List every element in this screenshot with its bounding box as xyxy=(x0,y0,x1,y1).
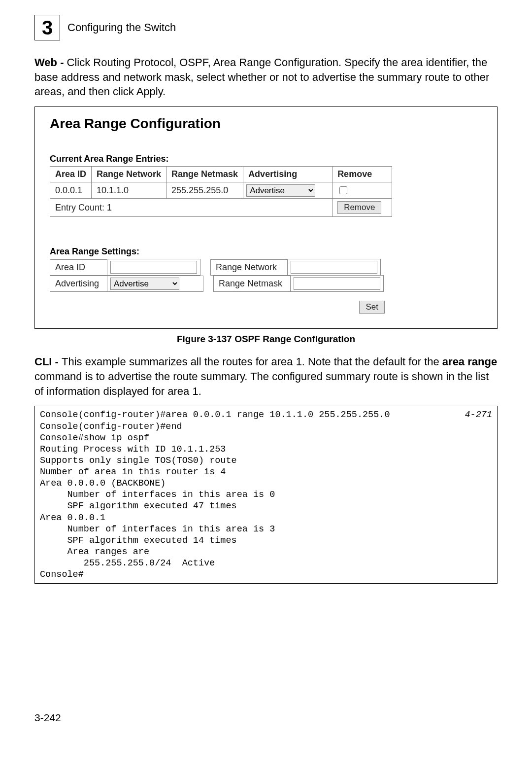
chapter-number-icon: 3 xyxy=(34,15,60,40)
figure-caption: Figure 3-137 OSPF Range Configuration xyxy=(34,334,498,345)
advertising-label: Advertising xyxy=(50,276,107,292)
page-header: 3 Configuring the Switch xyxy=(34,15,498,40)
range-network-cell xyxy=(287,259,381,276)
intro-text: Click Routing Protocol, OSPF, Area Range… xyxy=(34,56,489,98)
advertising-cell: Advertise xyxy=(107,276,203,292)
cli-bold-term: area range xyxy=(442,355,497,368)
cell-range-network: 10.1.1.0 xyxy=(92,182,166,199)
cli-intro-paragraph: CLI - This example summarizes all the ro… xyxy=(34,354,498,398)
settings-label: Area Range Settings: xyxy=(50,246,482,257)
area-id-cell xyxy=(107,259,200,276)
cell-advertising: Advertise xyxy=(243,182,332,199)
cell-area-id: 0.0.0.1 xyxy=(50,182,92,199)
cli-output: Console(config-router)#area 0.0.0.1 rang… xyxy=(34,406,498,584)
area-id-label: Area ID xyxy=(50,259,107,276)
figure-title: Area Range Configuration xyxy=(50,116,482,132)
settings-row-2: Advertising Advertise Range Netmask xyxy=(50,275,482,292)
table-row: 0.0.0.1 10.1.1.0 255.255.255.0 Advertise xyxy=(50,182,392,199)
entries-table: Area ID Range Network Range Netmask Adve… xyxy=(50,166,392,217)
col-remove: Remove xyxy=(332,167,392,182)
col-advertising: Advertising xyxy=(243,167,332,182)
table-footer-row: Entry Count: 1 Remove xyxy=(50,199,392,217)
col-range-network: Range Network xyxy=(92,167,166,182)
cli-line1: Console(config-router)#area 0.0.0.1 rang… xyxy=(40,410,390,420)
figure-box: Area Range Configuration Current Area Ra… xyxy=(34,106,498,329)
chapter-number: 3 xyxy=(42,17,53,39)
table-header-row: Area ID Range Network Range Netmask Adve… xyxy=(50,167,392,182)
page-title: Configuring the Switch xyxy=(67,21,176,34)
set-button-row: Set xyxy=(50,301,385,314)
remove-checkbox[interactable] xyxy=(339,186,347,194)
cli-lead: CLI - xyxy=(34,355,62,368)
intro-lead: Web - xyxy=(34,56,67,69)
col-area-id: Area ID xyxy=(50,167,92,182)
remove-button-cell: Remove xyxy=(332,199,392,217)
cli-ref: 4-271 xyxy=(465,409,492,421)
cli-part1: This example summarizes all the routes f… xyxy=(62,355,442,368)
cell-range-netmask: 255.255.255.0 xyxy=(166,182,243,199)
col-range-netmask: Range Netmask xyxy=(166,167,243,182)
cli-part2: command is to advertise the route summar… xyxy=(34,370,489,397)
range-netmask-input[interactable] xyxy=(294,277,380,290)
page-number: 3-242 xyxy=(34,712,498,724)
settings-row-1: Area ID Range Network xyxy=(50,259,482,276)
remove-button[interactable]: Remove xyxy=(337,201,381,214)
entry-count: Entry Count: 1 xyxy=(50,199,332,217)
set-button[interactable]: Set xyxy=(359,301,385,314)
settings-area: Area Range Settings: Area ID Range Netwo… xyxy=(50,246,482,314)
range-network-input[interactable] xyxy=(291,261,377,274)
range-network-label: Range Network xyxy=(210,259,287,276)
entries-label: Current Area Range Entries: xyxy=(50,154,482,164)
range-netmask-cell xyxy=(290,275,384,292)
settings-advertising-select[interactable]: Advertise xyxy=(110,278,179,290)
cell-remove xyxy=(332,182,392,199)
range-netmask-label: Range Netmask xyxy=(213,276,290,292)
area-id-input[interactable] xyxy=(110,261,197,274)
cli-rest: Console(config-router)#end Console#show … xyxy=(40,422,275,580)
advertising-select[interactable]: Advertise xyxy=(246,184,315,197)
intro-paragraph: Web - Click Routing Protocol, OSPF, Area… xyxy=(34,55,498,99)
